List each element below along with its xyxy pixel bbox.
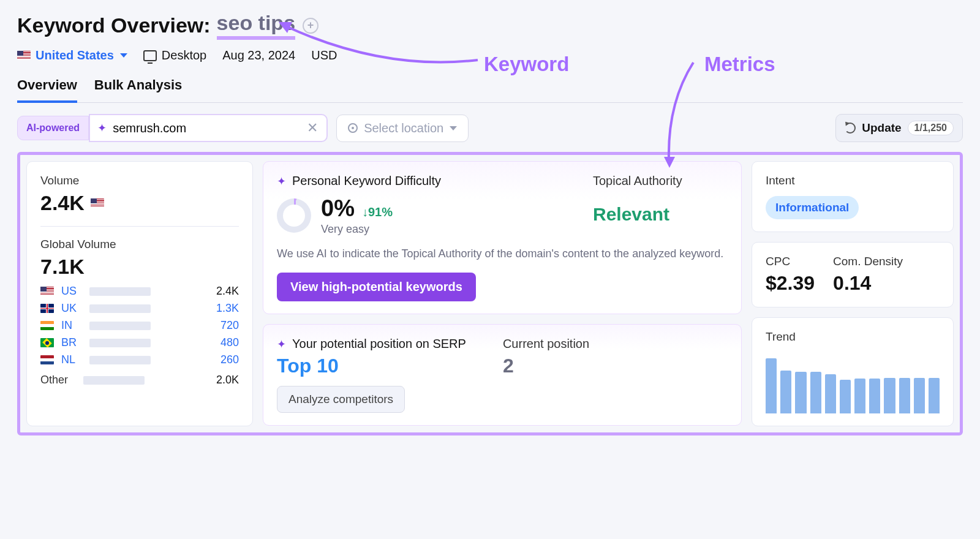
page-title-keyword: seo tips bbox=[217, 11, 295, 40]
country-code: US bbox=[61, 285, 82, 298]
volume-card: Volume 2.4K Global Volume 7.1K US2.4KUK1… bbox=[26, 161, 253, 426]
update-label: Update bbox=[862, 121, 901, 135]
add-keyword-icon[interactable]: + bbox=[303, 18, 318, 34]
trend-bar bbox=[869, 379, 880, 413]
cpc-value: $2.39 bbox=[766, 272, 815, 295]
intent-card: Intent Informational bbox=[752, 161, 954, 232]
domain-input-wrapper[interactable]: ✦ ✕ bbox=[89, 114, 328, 142]
trend-bar bbox=[914, 378, 925, 413]
header-meta-row: United States Desktop Aug 23, 2024 USD bbox=[17, 48, 963, 62]
personal-keyword-difficulty-card: ✦ Personal Keyword Difficulty 0% ↓91% Ve… bbox=[263, 161, 742, 314]
intent-label: Intent bbox=[766, 174, 940, 187]
currency-label: USD bbox=[311, 48, 337, 62]
global-volume-row[interactable]: BR480 bbox=[40, 336, 239, 349]
filter-bar: AI-powered ✦ ✕ Select location Update 1/… bbox=[17, 103, 963, 152]
difficulty-donut-icon bbox=[277, 198, 311, 233]
volume-bar bbox=[89, 356, 151, 364]
country-volume: 720 bbox=[205, 319, 239, 332]
serp-position-card: ✦ Your potential position on SERP Top 10… bbox=[263, 324, 742, 426]
currency-indicator: USD bbox=[311, 48, 337, 62]
serp-potential-title: ✦ Your potential position on SERP bbox=[277, 337, 466, 351]
update-count: 1/1,250 bbox=[908, 121, 954, 135]
tab-bulk-analysis[interactable]: Bulk Analysis bbox=[94, 77, 182, 102]
current-position-value: 2 bbox=[503, 355, 589, 377]
trend-bar bbox=[810, 372, 821, 413]
us-flag-icon bbox=[91, 198, 104, 208]
other-value: 2.0K bbox=[205, 374, 239, 386]
update-button[interactable]: Update 1/1,250 bbox=[835, 114, 963, 142]
sparkle-icon: ✦ bbox=[97, 121, 107, 135]
volume-bar bbox=[89, 322, 151, 330]
divider bbox=[40, 226, 239, 227]
device-indicator: Desktop bbox=[143, 48, 206, 62]
pkd-delta: ↓91% bbox=[362, 205, 393, 219]
location-pin-icon bbox=[348, 123, 358, 133]
chevron-down-icon bbox=[120, 53, 127, 58]
cpc-label: CPC bbox=[766, 255, 815, 268]
topical-authority-value: Relevant bbox=[593, 204, 728, 225]
country-volume: 480 bbox=[205, 336, 239, 349]
volume-value: 2.4K bbox=[40, 191, 239, 215]
tab-bar: Overview Bulk Analysis bbox=[17, 77, 963, 103]
metrics-grid: Volume 2.4K Global Volume 7.1K US2.4KUK1… bbox=[17, 152, 963, 435]
country-code: NL bbox=[61, 353, 82, 366]
trend-chart bbox=[766, 352, 940, 413]
topical-authority-label: Topical Authority bbox=[593, 174, 728, 188]
br-flag-icon bbox=[40, 338, 54, 347]
serp-potential-value: Top 10 bbox=[277, 355, 466, 377]
us-flag-icon bbox=[40, 287, 54, 296]
trend-bar bbox=[929, 378, 940, 413]
volume-bar bbox=[89, 339, 151, 347]
global-volume-row[interactable]: UK1.3K bbox=[40, 302, 239, 315]
clear-input-icon[interactable]: ✕ bbox=[307, 120, 318, 136]
pkd-percent: 0% bbox=[321, 195, 355, 222]
us-flag-icon bbox=[17, 51, 31, 60]
global-volume-row[interactable]: IN720 bbox=[40, 319, 239, 332]
location-placeholder: Select location bbox=[364, 121, 443, 135]
domain-input[interactable] bbox=[113, 121, 301, 135]
current-position-label: Current position bbox=[503, 337, 589, 351]
trend-bar bbox=[780, 371, 791, 413]
date-indicator: Aug 23, 2024 bbox=[222, 48, 295, 62]
tab-overview[interactable]: Overview bbox=[17, 77, 77, 103]
country-volume: 2.4K bbox=[205, 285, 239, 298]
other-label: Other bbox=[40, 374, 76, 386]
trend-bar bbox=[854, 379, 865, 413]
desktop-icon bbox=[143, 50, 157, 61]
cpc-density-card: CPC $2.39 Com. Density 0.14 bbox=[752, 242, 954, 307]
nl-flag-icon bbox=[40, 355, 54, 364]
density-value: 0.14 bbox=[833, 272, 903, 295]
pkd-subtitle: Very easy bbox=[321, 223, 393, 236]
location-selector[interactable]: Select location bbox=[336, 115, 469, 142]
trend-card: Trend bbox=[752, 317, 954, 426]
intent-chip: Informational bbox=[766, 196, 859, 219]
device-label: Desktop bbox=[162, 48, 206, 62]
trend-bar bbox=[825, 374, 836, 413]
country-code: UK bbox=[61, 302, 82, 315]
sparkle-icon: ✦ bbox=[277, 175, 286, 188]
density-label: Com. Density bbox=[833, 255, 903, 268]
country-selector[interactable]: United States bbox=[17, 48, 127, 62]
trend-bar bbox=[899, 378, 910, 413]
trend-bar bbox=[884, 378, 895, 413]
global-volume-row[interactable]: NL260 bbox=[40, 353, 239, 366]
volume-label: Volume bbox=[40, 174, 239, 187]
volume-bar bbox=[89, 304, 151, 313]
sparkle-icon: ✦ bbox=[277, 337, 286, 351]
analyze-competitors-button[interactable]: Analyze competitors bbox=[277, 386, 405, 413]
view-high-potential-button[interactable]: View high-potential keywords bbox=[277, 273, 476, 301]
country-code: BR bbox=[61, 336, 82, 349]
trend-bar bbox=[766, 358, 777, 413]
country-code: IN bbox=[61, 319, 82, 332]
page-title-row: Keyword Overview: seo tips + bbox=[17, 11, 963, 40]
uk-flag-icon bbox=[40, 304, 54, 313]
pkd-title: ✦ Personal Keyword Difficulty bbox=[277, 174, 567, 188]
volume-bar bbox=[89, 287, 151, 296]
global-volume-row[interactable]: US2.4K bbox=[40, 285, 239, 298]
in-flag-icon bbox=[40, 321, 54, 330]
global-volume-other: Other 2.0K bbox=[40, 374, 239, 386]
trend-bar bbox=[795, 372, 806, 413]
date-label: Aug 23, 2024 bbox=[222, 48, 295, 62]
country-volume: 260 bbox=[205, 353, 239, 366]
pkd-helper-text: We use AI to indicate the Topical Author… bbox=[277, 246, 728, 262]
